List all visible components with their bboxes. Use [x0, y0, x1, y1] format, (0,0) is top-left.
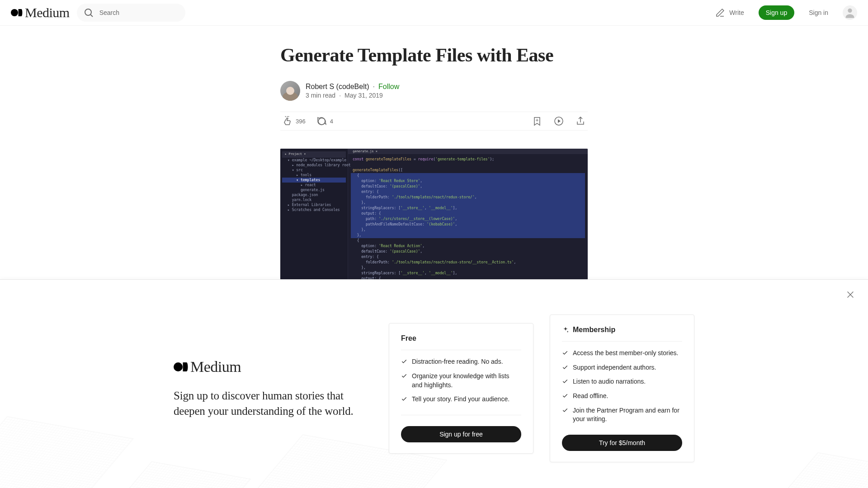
signup-overlay: Medium Sign up to discover human stories… — [0, 279, 868, 302]
comment-button[interactable]: 4 — [316, 116, 333, 127]
share-icon — [575, 116, 586, 127]
bookmark-icon — [532, 116, 542, 127]
brand-logo-text: Medium — [25, 6, 70, 19]
search-input[interactable] — [99, 9, 179, 16]
author-info: Robert S (codeBelt) · Follow 3 min read … — [306, 83, 399, 99]
read-time: 3 min read — [306, 92, 335, 99]
article-title: Generate Template Files with Ease — [280, 44, 588, 66]
clap-icon — [282, 116, 293, 127]
signin-button[interactable]: Sign in — [809, 9, 828, 16]
svg-point-2 — [848, 9, 852, 13]
site-header: Medium Write Sign up Sign in — [0, 0, 868, 26]
brand-logo-mark — [11, 9, 22, 16]
svg-line-1 — [90, 15, 93, 17]
write-label: Write — [729, 9, 744, 16]
search-box[interactable] — [77, 4, 185, 22]
listen-button[interactable] — [553, 116, 564, 127]
publish-date: May 31, 2019 — [344, 92, 383, 99]
clap-count: 396 — [296, 118, 306, 125]
play-circle-icon — [553, 116, 564, 127]
follow-link[interactable]: Follow — [378, 83, 399, 91]
author-name[interactable]: Robert S (codeBelt) — [306, 83, 369, 91]
signup-button[interactable]: Sign up — [759, 5, 794, 20]
comment-count: 4 — [330, 118, 333, 125]
share-button[interactable] — [575, 116, 586, 127]
header-right: Write Sign up Sign in — [715, 5, 857, 20]
brand-logo[interactable]: Medium — [11, 6, 70, 19]
search-icon — [83, 7, 94, 18]
write-icon — [715, 7, 726, 18]
bookmark-button[interactable] — [532, 116, 542, 127]
author-row: Robert S (codeBelt) · Follow 3 min read … — [280, 81, 588, 101]
article: Generate Template Files with Ease Robert… — [280, 26, 588, 302]
separator: · — [373, 83, 375, 91]
avatar-placeholder-icon — [844, 6, 856, 19]
write-button[interactable]: Write — [715, 7, 744, 18]
user-avatar[interactable] — [843, 5, 857, 20]
comment-icon — [316, 116, 327, 127]
action-bar: 396 4 — [280, 112, 588, 131]
separator: · — [339, 92, 341, 99]
header-left: Medium — [11, 4, 185, 22]
svg-point-0 — [85, 9, 91, 15]
author-avatar[interactable] — [280, 81, 300, 101]
clap-button[interactable]: 396 — [282, 116, 306, 127]
